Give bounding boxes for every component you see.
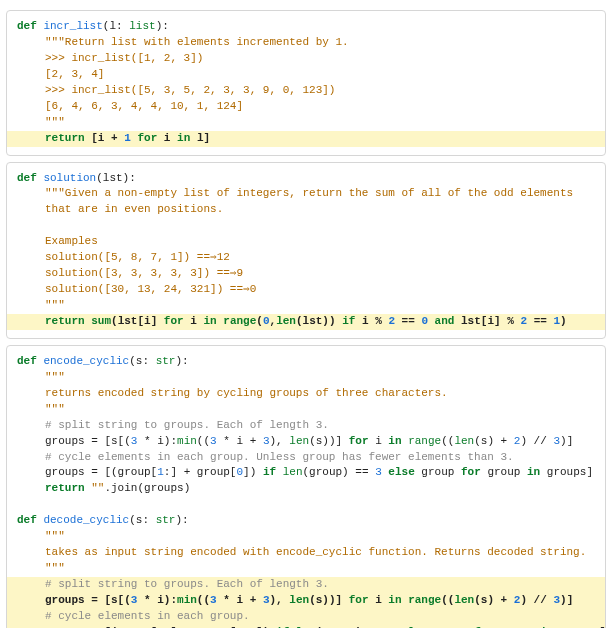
code-token: return [45,132,91,144]
code-token: groups = [(group[ [45,466,157,478]
code-token: i % [355,315,388,327]
code-token: def [17,20,43,32]
code-token: """Return list with elements incremented… [45,36,349,48]
code-token: (lst): [96,172,136,184]
code-token: ( [256,315,263,327]
code-token: incr_list [43,20,102,32]
code-token: .join(groups) [104,482,190,494]
code-token: """ [45,116,65,128]
code-token: ): [175,355,188,367]
code-token: 1 [157,466,164,478]
code-token: )] [560,594,573,606]
code-token: takes as input string encoded with encod… [45,546,586,558]
code-token: (s))] [309,594,349,606]
code-token: solution([30, 13, 24, 321]) ==⇒0 [45,283,256,295]
code-token: def [17,514,43,526]
code-token: :] + group[ [164,466,237,478]
code-token: solution([5, 8, 7, 1]) ==⇒12 [45,251,230,263]
code-token: (s: [129,355,155,367]
code-token: for [349,435,369,447]
code-token: group [481,466,527,478]
code-token: min [177,435,197,447]
code-token: ]) [243,466,263,478]
code-token: 0 [421,315,428,327]
code-token: decode_cyclic [43,514,129,526]
code-token: and [435,315,455,327]
code-line: groups = [s[(3 * i):min((3 * i + 3), len… [7,593,605,609]
code-token: * i): [137,594,177,606]
code-line: """Return list with elements incremented… [17,35,595,51]
code-token: for [137,132,157,144]
code-token: groups = [s[( [45,435,131,447]
code-line [17,497,595,513]
code-line: """ [17,115,595,131]
code-token: """Given a non-empty list of integers, r… [45,187,573,199]
code-token: """ [45,530,65,542]
code-token: that are in even positions. [45,203,223,215]
code-token: ) [560,315,567,327]
code-token: if [263,466,283,478]
code-token: (( [441,435,454,447]
code-token: list [129,20,155,32]
code-line: return "".join(groups) [17,481,595,497]
code-token: (s) + [474,435,514,447]
code-token: in [388,435,408,447]
code-token: return [45,482,91,494]
code-token: def [17,172,43,184]
code-token: ): [175,514,188,526]
code-token: len [289,435,309,447]
code-token: * i + [217,435,263,447]
code-line: returns encoded string by cycling groups… [17,386,595,402]
code-token: ), [270,594,290,606]
code-token: 0 [263,315,270,327]
code-line: """Given a non-empty list of integers, r… [17,186,595,202]
code-token: groups] [540,466,593,478]
code-line: solution([5, 8, 7, 1]) ==⇒12 [17,250,595,266]
code-figure: def incr_list(l: list):"""Return list wi… [0,0,612,628]
code-token: in [203,315,223,327]
code-token: (( [197,594,210,606]
code-token: [2, 3, 4] [45,68,104,80]
code-token: def [17,355,43,367]
code-token: (lst[i] [111,315,164,327]
code-token: # cycle elements in each group. [45,610,250,622]
code-token: returns encoded string by cycling groups… [45,387,448,399]
code-line: def decode_cyclic(s: str): [17,513,595,529]
code-token: 3 [210,594,217,606]
code-token: i [184,315,204,327]
code-line: # split string to groups. Each of length… [17,418,595,434]
code-line: def solution(lst): [17,171,595,187]
code-token: ), [270,435,290,447]
code-token: # split string to groups. Each of length… [45,419,329,431]
code-token: * i + [217,594,263,606]
code-token: for [349,594,369,606]
code-line: """ [17,298,595,314]
code-token: (lst)) [296,315,342,327]
code-token: lst[i] % [454,315,520,327]
code-token: (s) + [474,594,514,606]
code-token [428,315,435,327]
code-token: groups = [s[( [45,594,131,606]
code-token: "" [91,482,104,494]
code-token: 3 [375,466,382,478]
code-block: def solution(lst):"""Given a non-empty l… [17,171,595,330]
code-token: Examples [45,235,98,247]
code-token: )] [560,435,573,447]
code-token: str [156,514,176,526]
code-line: [6, 4, 6, 3, 4, 4, 10, 1, 124] [17,99,595,115]
code-token: """ [45,562,65,574]
code-line: # cycle elements in each group. Unless g… [17,450,595,466]
code-token: ): [156,20,169,32]
code-token: >>> incr_list([5, 3, 5, 2, 3, 3, 9, 0, 1… [45,84,335,96]
code-token: """ [45,403,65,415]
code-line: solution([30, 13, 24, 321]) ==⇒0 [17,282,595,298]
code-line: [2, 3, 4] [17,67,595,83]
code-token: range [223,315,256,327]
code-token: len [283,466,303,478]
code-line: >>> incr_list([5, 3, 5, 2, 3, 3, 9, 0, 1… [17,83,595,99]
code-line: solution([3, 3, 3, 3, 3]) ==⇒9 [17,266,595,282]
code-panel-1: def solution(lst):"""Given a non-empty l… [6,162,606,339]
code-line [17,218,595,234]
code-token: # cycle elements in each group. Unless g… [45,451,514,463]
code-token: else [388,466,414,478]
